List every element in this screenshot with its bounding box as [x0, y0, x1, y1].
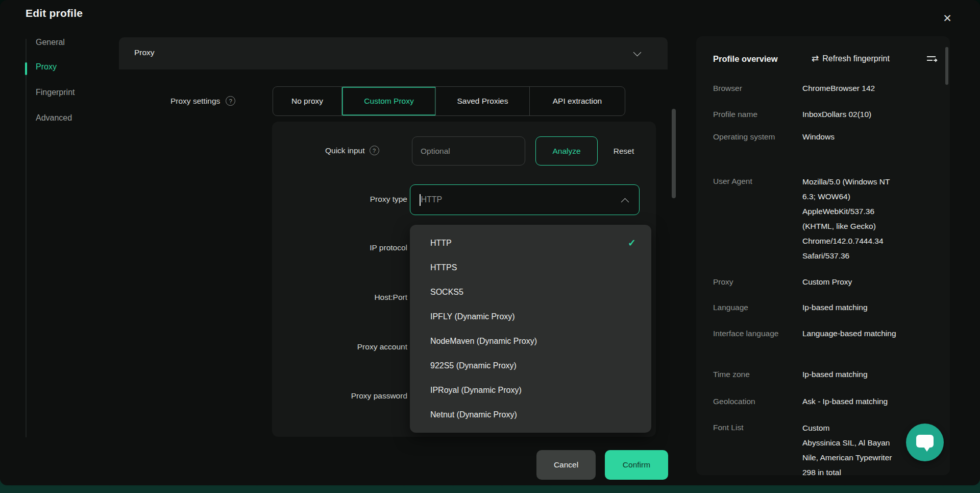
tab-api-extraction[interactable]: API extraction	[530, 87, 625, 115]
text-cursor	[420, 194, 421, 206]
profile-overview-panel: Profile overview ⇄ Refresh fingerprint B…	[696, 36, 950, 475]
proxy-type-select[interactable]: HTTP	[410, 184, 640, 215]
proxy-type-value: HTTP	[421, 195, 443, 204]
tab-no-proxy[interactable]: No proxy	[273, 87, 342, 115]
proxy-type-label: Proxy type	[316, 195, 407, 204]
panel-scrollbar-thumb[interactable]	[945, 47, 948, 85]
analyze-button[interactable]: Analyze	[535, 136, 598, 166]
sidebar-item-fingerprint[interactable]: Fingerprint	[36, 88, 112, 100]
dropdown-option-922s5[interactable]: 922S5 (Dynamic Proxy)	[410, 354, 651, 378]
cancel-button[interactable]: Cancel	[536, 450, 596, 480]
overview-row-geolocation: Geolocation Ask - Ip-based matching	[713, 394, 938, 409]
proxy-type-dropdown: HTTP ✓ HTTPS SOCKS5 IPFLY (Dynamic Proxy…	[410, 225, 651, 433]
proxy-section-header[interactable]: Proxy	[119, 37, 668, 69]
app-screen: Edit profile ✕ General Proxy Fingerprint…	[0, 0, 980, 493]
confirm-button[interactable]: Confirm	[605, 450, 668, 480]
host-port-label: Host:Port	[316, 293, 407, 302]
proxy-account-label: Proxy account	[316, 342, 407, 351]
overview-row-browser: Browser ChromeBrowser 142	[713, 81, 938, 96]
proxy-mode-tabs: No proxy Custom Proxy Saved Proxies API …	[273, 86, 625, 116]
sidebar-active-indicator	[25, 62, 27, 75]
tab-custom-proxy[interactable]: Custom Proxy	[342, 87, 436, 115]
overview-row-operating-system: Operating system Windows	[713, 130, 938, 144]
sidebar-item-advanced[interactable]: Advanced	[36, 113, 112, 126]
chevron-up-icon	[622, 199, 628, 205]
dialog-title: Edit profile	[26, 7, 83, 19]
dropdown-option-socks5[interactable]: SOCKS5	[410, 280, 651, 304]
edit-profile-dialog: Edit profile ✕ General Proxy Fingerprint…	[0, 0, 980, 485]
chevron-down-icon[interactable]	[634, 50, 640, 55]
proxy-settings-label: Proxy settings	[170, 97, 220, 106]
overview-row-profile-name: Profile name InboxDollars 02(10)	[713, 107, 938, 122]
collapse-panel-icon[interactable]	[926, 55, 938, 63]
dropdown-option-iproyal[interactable]: IPRoyal (Dynamic Proxy)	[410, 378, 651, 403]
ip-protocol-label: IP protocol	[316, 243, 407, 252]
refresh-fingerprint-button[interactable]: ⇄ Refresh fingerprint	[812, 53, 890, 64]
overview-row-user-agent: User Agent Mozilla/5.0 (Windows NT 6.3; …	[713, 174, 938, 263]
tab-saved-proxies[interactable]: Saved Proxies	[435, 87, 530, 115]
sidebar-item-proxy[interactable]: Proxy	[36, 62, 112, 75]
overview-row-font-list: Font List Custom Abyssinica SIL, Al Baya…	[713, 420, 938, 475]
dropdown-option-http[interactable]: HTTP ✓	[410, 231, 651, 255]
chat-icon	[916, 435, 934, 448]
quick-input-field[interactable]	[412, 136, 525, 166]
shuffle-icon: ⇄	[812, 53, 819, 64]
overview-row-proxy: Proxy Custom Proxy	[713, 275, 938, 289]
dropdown-option-nodemaven[interactable]: NodeMaven (Dynamic Proxy)	[410, 329, 651, 354]
dropdown-option-netnut[interactable]: Netnut (Dynamic Proxy)	[410, 403, 651, 427]
proxy-section-title: Proxy	[134, 48, 155, 57]
sidebar-track-line	[26, 39, 27, 437]
dropdown-option-https[interactable]: HTTPS	[410, 255, 651, 280]
quick-input-label: Quick input	[325, 146, 365, 155]
chat-widget-button[interactable]	[906, 424, 944, 461]
refresh-fingerprint-label: Refresh fingerprint	[822, 54, 890, 63]
help-icon[interactable]: ?	[370, 146, 379, 155]
proxy-password-label: Proxy password	[316, 391, 407, 401]
close-icon[interactable]: ✕	[939, 10, 955, 27]
reset-button[interactable]: Reset	[605, 136, 643, 166]
help-icon[interactable]: ?	[226, 96, 235, 106]
sidebar-item-general[interactable]: General	[36, 38, 112, 50]
overview-row-language: Language Ip-based matching	[713, 300, 938, 315]
overview-row-time-zone: Time zone Ip-based matching	[713, 367, 938, 382]
dropdown-option-ipfly[interactable]: IPFLY (Dynamic Proxy)	[410, 304, 651, 329]
main-scrollbar-thumb[interactable]	[672, 109, 676, 198]
profile-overview-title: Profile overview	[713, 54, 778, 64]
check-icon: ✓	[628, 231, 636, 255]
overview-row-interface-language: Interface language Language-based matchi…	[713, 326, 938, 341]
